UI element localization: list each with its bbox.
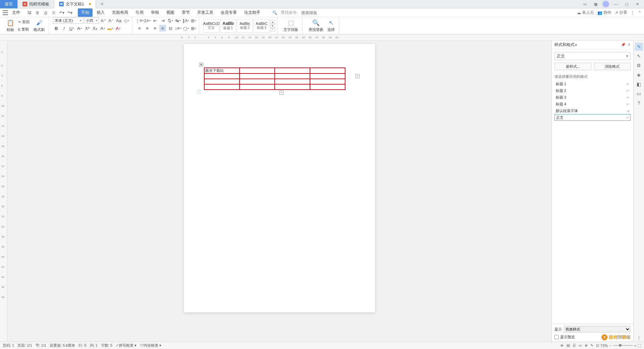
search-template-input[interactable]: [301, 10, 328, 15]
view-draft-icon[interactable]: ✎: [590, 343, 593, 348]
font-name-select[interactable]: 宋体 (正文): [53, 17, 83, 24]
find-replace-button[interactable]: 🔍查找替换: [307, 19, 325, 32]
view-outline-icon[interactable]: ☰: [573, 343, 576, 348]
style-item-h2[interactable]: 标题 2↵: [554, 87, 631, 94]
align-left-icon[interactable]: ≡: [136, 25, 143, 32]
side-nav-icon[interactable]: ◧: [635, 80, 643, 88]
view-web-icon[interactable]: ▭: [579, 343, 582, 348]
sb-page[interactable]: 页面: 1/1: [17, 343, 32, 348]
pin-icon[interactable]: 📌: [621, 43, 626, 47]
zoom-value[interactable]: 72%: [600, 344, 608, 348]
copy-button[interactable]: ⎘ 复制: [17, 26, 30, 33]
table-cell[interactable]: [204, 73, 239, 79]
superscript-icon[interactable]: X²: [84, 25, 91, 32]
table-move-handle[interactable]: ✥: [199, 63, 203, 67]
select-button[interactable]: ↖选择: [325, 19, 337, 32]
style-item-h4[interactable]: 标题 4↵: [554, 101, 631, 107]
side-dots-icon[interactable]: ⋮: [635, 334, 643, 342]
view-page-icon[interactable]: ▤: [567, 343, 570, 348]
table-cell[interactable]: [239, 73, 275, 79]
table-border-icon[interactable]: ⊞: [190, 25, 197, 32]
minimize-button[interactable]: —: [612, 1, 620, 7]
tab-dev[interactable]: 开发工具: [194, 8, 217, 17]
save-icon[interactable]: 🖫: [26, 9, 33, 16]
print-icon[interactable]: 🖨: [42, 9, 49, 16]
sb-line[interactable]: 行: 5: [78, 343, 86, 348]
grow-font-icon[interactable]: A⁺: [100, 17, 107, 24]
align-center-icon[interactable]: ≡: [144, 25, 151, 32]
maximize-button[interactable]: ▢: [623, 1, 631, 7]
sb-pos[interactable]: 设置值: 5.6厘米: [50, 343, 75, 348]
zoom-slider[interactable]: [613, 345, 633, 346]
side-pen-icon[interactable]: ✎: [635, 43, 643, 51]
highlight-icon[interactable]: ▬: [107, 25, 114, 32]
close-button[interactable]: ✕: [633, 1, 641, 7]
current-style-select[interactable]: 正文: [554, 52, 631, 60]
side-help-icon[interactable]: ?: [635, 99, 643, 107]
redo-icon[interactable]: ↷▾: [66, 9, 73, 16]
align-right-icon[interactable]: ≡: [152, 25, 158, 32]
side-book-icon[interactable]: ▭: [635, 90, 643, 98]
sb-section[interactable]: 节: 1/1: [36, 343, 46, 348]
border-icon[interactable]: ⊞: [190, 17, 197, 24]
sb-page-no[interactable]: 页码: 1: [3, 343, 14, 348]
tab-reference[interactable]: 引用: [132, 8, 147, 17]
cut-button[interactable]: ✂ 剪切: [17, 19, 30, 26]
doc-icon[interactable]: 📄: [197, 90, 201, 94]
sort-icon[interactable]: ⇅: [167, 17, 174, 24]
text-layout-button[interactable]: ⬚文字排版: [281, 19, 300, 32]
preview-checkbox[interactable]: [554, 335, 559, 339]
view-read-icon[interactable]: ⊕: [585, 343, 588, 348]
shading-icon[interactable]: ▢: [182, 25, 189, 32]
tab-document[interactable]: W文字文稿1: [54, 0, 96, 8]
table-cell[interactable]: [275, 68, 310, 73]
line-spacing-icon[interactable]: ↕≡: [175, 25, 181, 32]
search-cmd-placeholder[interactable]: 查找命令,: [281, 10, 298, 15]
font-color-icon[interactable]: A: [115, 25, 121, 32]
side-settings-icon[interactable]: ⚙: [635, 61, 643, 69]
panel-dd-icon[interactable]: ▾: [575, 43, 577, 47]
sb-spell[interactable]: ✓拼写检查 ▾: [116, 343, 137, 348]
clear-format-icon[interactable]: ◇: [123, 17, 130, 24]
bullet-list-icon[interactable]: ⋮≡: [136, 17, 143, 24]
increase-indent-icon[interactable]: ⇥: [159, 17, 166, 24]
line-height-icon[interactable]: ‖A: [182, 17, 189, 24]
page[interactable]: 📄 ✥ + + 极光下载站: [184, 44, 375, 312]
new-tab-button[interactable]: +: [96, 1, 108, 7]
tab-start[interactable]: 开始: [78, 8, 93, 17]
style-body[interactable]: AaBbCcD正文: [203, 19, 219, 33]
document-table[interactable]: 极光下载站: [204, 67, 345, 90]
clear-format-button[interactable]: 清除格式: [594, 63, 631, 70]
tab-icon[interactable]: ↹: [175, 17, 181, 24]
preview-checkbox-label[interactable]: 显示预览: [554, 335, 575, 340]
undo-icon[interactable]: ↶▾: [58, 9, 65, 16]
sb-content[interactable]: 🛡内容检查 ▾: [140, 343, 161, 348]
display-select[interactable]: 有效样式: [564, 326, 631, 333]
strike-icon[interactable]: A̶: [76, 25, 83, 32]
table-cell[interactable]: [239, 79, 275, 84]
align-justify-icon[interactable]: ≡: [159, 25, 166, 32]
number-list-icon[interactable]: 1≡: [144, 17, 151, 24]
table-add-col-handle[interactable]: +: [356, 74, 360, 78]
tab-insert[interactable]: 插入: [93, 8, 108, 17]
style-item-body[interactable]: 正文↵: [554, 114, 631, 121]
decrease-indent-icon[interactable]: ⇤: [152, 17, 158, 24]
style-h3[interactable]: AaBbC标题 3: [254, 19, 270, 33]
shrink-font-icon[interactable]: A⁻: [108, 17, 114, 24]
table-cell[interactable]: [275, 84, 310, 90]
collapse-ribbon-icon[interactable]: ⌃: [638, 10, 641, 15]
tab-page-layout[interactable]: 页面布局: [109, 8, 131, 17]
grid-icon[interactable]: ▦: [592, 1, 600, 7]
panel-close-icon[interactable]: ✕: [628, 43, 631, 47]
print-preview-icon[interactable]: 🗎: [34, 9, 41, 16]
subscript-icon[interactable]: X₂: [92, 25, 98, 32]
ruler-vertical[interactable]: 2 2 4 6 8 10 12 14 16 18 20 22 24 26 28 …: [0, 41, 7, 342]
format-painter-button[interactable]: 🖌格式刷: [32, 19, 47, 32]
layout-icon[interactable]: ▭: [581, 1, 589, 7]
fullscreen-icon[interactable]: ⛶: [638, 344, 641, 348]
table-cell[interactable]: [310, 73, 345, 79]
distribute-icon[interactable]: ⊟: [167, 25, 174, 32]
share-button[interactable]: ↗ 分享: [615, 10, 627, 15]
paste-button[interactable]: 📋粘贴: [5, 19, 16, 32]
table-cell[interactable]: [310, 68, 345, 73]
